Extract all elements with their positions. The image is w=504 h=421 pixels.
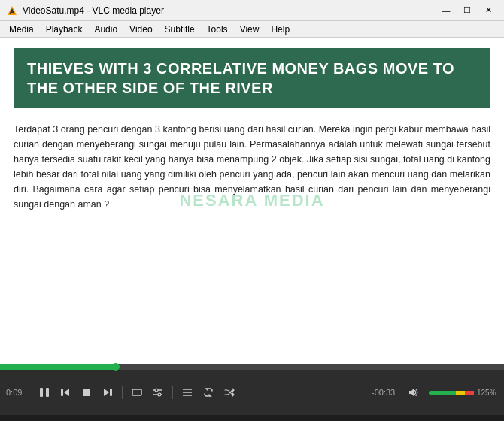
svg-point-14 — [158, 393, 161, 396]
video-banner: THIEVES WITH 3 CORRELATIVE MONEY BAGS MO… — [14, 48, 490, 108]
volume-bar[interactable] — [429, 391, 474, 395]
volume-area: 125% — [429, 389, 498, 397]
loop-button[interactable] — [199, 383, 217, 401]
seek-handle[interactable] — [112, 363, 120, 371]
titlebar-controls: — ☐ ✕ — [436, 3, 498, 18]
svg-rect-2 — [11, 13, 14, 14]
extended-settings-button[interactable] — [149, 383, 167, 401]
menu-video[interactable]: Video — [123, 23, 158, 36]
svg-marker-18 — [409, 389, 414, 396]
svg-marker-8 — [104, 389, 109, 396]
svg-marker-5 — [64, 389, 69, 396]
banner-title: THIEVES WITH 3 CORRELATIVE MONEY BAGS MO… — [27, 59, 477, 98]
random-icon — [224, 387, 235, 398]
volume-button[interactable] — [405, 383, 423, 401]
minimize-button[interactable]: — — [436, 3, 456, 18]
menu-playback[interactable]: Playback — [40, 23, 89, 36]
time-remaining: -00:33 — [372, 388, 402, 397]
close-button[interactable]: ✕ — [478, 3, 498, 18]
play-pause-button[interactable] — [35, 383, 53, 401]
vlc-logo-icon — [6, 5, 18, 17]
skip-back-button[interactable] — [56, 383, 74, 401]
loop-icon — [203, 387, 214, 398]
volume-label: 125% — [477, 389, 498, 397]
video-area: THIEVES WITH 3 CORRELATIVE MONEY BAGS MO… — [0, 38, 504, 364]
random-button[interactable] — [220, 383, 238, 401]
svg-rect-3 — [40, 388, 43, 397]
titlebar: VideoSatu.mp4 - VLC media player — ☐ ✕ — [0, 0, 504, 21]
maximize-button[interactable]: ☐ — [457, 3, 477, 18]
titlebar-left: VideoSatu.mp4 - VLC media player — [6, 5, 164, 17]
volume-icon — [408, 387, 419, 398]
playlist-button[interactable] — [178, 383, 196, 401]
time-elapsed: 0:09 — [6, 388, 32, 397]
volume-fill-yellow — [456, 391, 465, 395]
svg-rect-9 — [110, 389, 112, 396]
playlist-icon — [182, 387, 193, 398]
menu-view[interactable]: View — [234, 23, 266, 36]
skip-forward-icon — [102, 387, 113, 398]
skip-forward-button[interactable] — [99, 383, 117, 401]
menubar: Media Playback Audio Video Subtitle Tool… — [0, 21, 504, 38]
window-title: VideoSatu.mp4 - VLC media player — [23, 5, 164, 16]
play-pause-icon — [39, 387, 50, 398]
extended-settings-icon — [153, 387, 163, 398]
menu-media[interactable]: Media — [3, 23, 40, 36]
svg-point-12 — [155, 389, 158, 392]
menu-subtitle[interactable]: Subtitle — [159, 23, 201, 36]
video-body-text: Terdapat 3 orang pencuri dengan 3 kanton… — [14, 122, 490, 212]
stop-button[interactable] — [77, 383, 96, 401]
volume-fill-green — [429, 391, 456, 395]
toggle-video-button[interactable] — [128, 383, 146, 401]
toggle-video-icon — [132, 387, 142, 398]
svg-rect-6 — [61, 389, 63, 396]
stop-icon — [81, 387, 92, 398]
volume-fill-red — [465, 391, 474, 395]
menu-audio[interactable]: Audio — [88, 23, 123, 36]
svg-rect-7 — [83, 389, 90, 396]
separator-2 — [172, 386, 173, 399]
seek-bar[interactable] — [0, 364, 504, 370]
controls-row: 0:09 — [0, 370, 504, 415]
skip-back-icon — [60, 387, 71, 398]
menu-tools[interactable]: Tools — [201, 23, 234, 36]
separator-1 — [122, 386, 123, 399]
menu-help[interactable]: Help — [265, 23, 296, 36]
svg-rect-10 — [132, 389, 141, 395]
seek-fill — [0, 364, 116, 370]
controls-area: 0:09 — [0, 370, 504, 415]
svg-rect-4 — [46, 388, 49, 397]
